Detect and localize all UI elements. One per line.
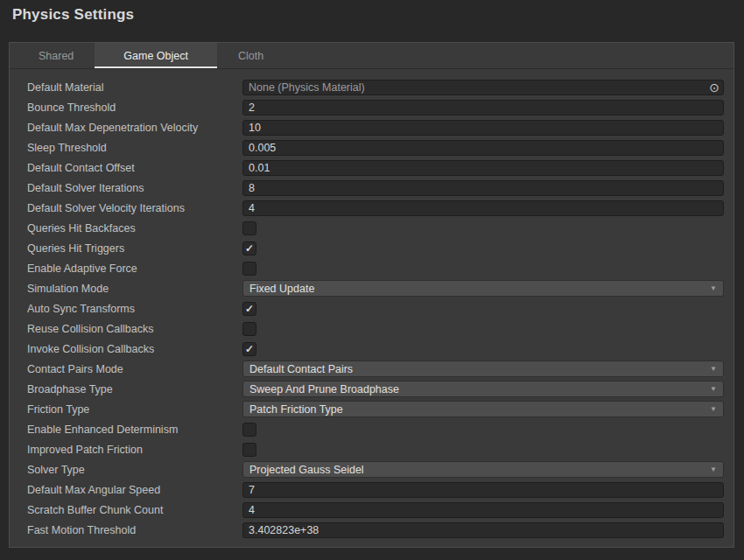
queries-hit-triggers-checkbox[interactable]: ✓ (242, 242, 256, 256)
enable-adaptive-force-checkbox[interactable] (242, 262, 256, 276)
object-picker-icon[interactable]: ⊙ (709, 81, 719, 94)
chevron-down-icon: ▼ (710, 366, 717, 373)
dropdown-value: Sweep And Prune Broadphase (249, 383, 399, 396)
improved-patch-friction-checkbox[interactable] (242, 443, 256, 457)
row-solver-type: Solver Type Projected Gauss Seidel ▼ (10, 459, 733, 480)
check-icon: ✓ (245, 343, 254, 355)
row-default-max-angular-speed: Default Max Angular Speed (10, 480, 733, 500)
auto-sync-transforms-checkbox[interactable]: ✓ (242, 302, 256, 316)
fast-motion-threshold-input[interactable] (242, 522, 724, 538)
chevron-down-icon: ▼ (710, 466, 717, 473)
settings-panel: Shared Game Object Cloth Default Materia… (9, 42, 734, 548)
field-label: Invoke Collision Callbacks (27, 343, 242, 355)
page-title: Physics Settings (0, 0, 744, 24)
tab-game-object[interactable]: Game Object (95, 43, 217, 68)
physics-settings-window: { "window": { "title": "Physics Settings… (0, 0, 744, 560)
row-default-contact-offset: Default Contact Offset (10, 158, 733, 178)
bounce-threshold-input[interactable] (242, 100, 724, 116)
row-fast-motion-threshold: Fast Motion Threshold (10, 520, 733, 540)
default-solver-velocity-iterations-input[interactable] (242, 200, 724, 216)
dropdown-value: Patch Friction Type (249, 403, 343, 416)
row-contact-pairs-mode: Contact Pairs Mode Default Contact Pairs… (10, 359, 733, 379)
dropdown-value: Projected Gauss Seidel (249, 464, 364, 476)
dropdown-value: Default Contact Pairs (249, 363, 353, 375)
row-default-solver-iterations: Default Solver Iterations (10, 178, 733, 198)
field-label: Auto Sync Transforms (27, 303, 242, 315)
field-label: Enable Enhanced Determinism (27, 424, 242, 436)
field-label: Reuse Collision Callbacks (27, 323, 242, 335)
field-label: Enable Adaptive Force (27, 262, 242, 275)
enable-enhanced-determinism-checkbox[interactable] (242, 423, 256, 437)
row-friction-type: Friction Type Patch Friction Type ▼ (10, 399, 733, 419)
field-label: Queries Hit Backfaces (27, 222, 242, 234)
field-label: Friction Type (27, 403, 242, 416)
row-reuse-collision-callbacks: Reuse Collision Callbacks (10, 318, 733, 339)
row-scratch-buffer-chunk-count: Scratch Buffer Chunk Count (10, 500, 733, 520)
friction-type-dropdown[interactable]: Patch Friction Type ▼ (242, 401, 724, 417)
row-default-solver-velocity-iterations: Default Solver Velocity Iterations (10, 198, 733, 218)
row-default-material: Default Material None (Physics Material)… (10, 77, 733, 97)
row-queries-hit-backfaces: Queries Hit Backfaces (10, 218, 733, 238)
row-auto-sync-transforms: Auto Sync Transforms ✓ (10, 298, 733, 318)
default-max-angular-speed-input[interactable] (242, 482, 724, 498)
invoke-collision-callbacks-checkbox[interactable]: ✓ (242, 342, 256, 356)
row-enable-enhanced-determinism: Enable Enhanced Determinism (10, 419, 733, 439)
broadphase-type-dropdown[interactable]: Sweep And Prune Broadphase ▼ (242, 381, 724, 397)
default-solver-iterations-input[interactable] (242, 180, 724, 196)
simulation-mode-dropdown[interactable]: Fixed Update ▼ (242, 280, 724, 297)
default-contact-offset-input[interactable] (242, 160, 724, 176)
field-label: Broadphase Type (27, 383, 242, 396)
row-default-max-depenetration-velocity: Default Max Depenetration Velocity (10, 117, 733, 137)
settings-content: Default Material None (Physics Material)… (10, 69, 733, 540)
chevron-down-icon: ▼ (710, 285, 717, 292)
field-label: Default Max Depenetration Velocity (27, 122, 242, 134)
sleep-threshold-input[interactable] (242, 140, 724, 156)
tab-cloth[interactable]: Cloth (217, 43, 284, 68)
field-label: Queries Hit Triggers (27, 242, 242, 255)
row-improved-patch-friction: Improved Patch Friction (10, 439, 733, 459)
default-max-depenetration-velocity-input[interactable] (242, 120, 724, 136)
field-label: Default Solver Velocity Iterations (27, 202, 242, 214)
reuse-collision-callbacks-checkbox[interactable] (242, 322, 256, 336)
tab-shared[interactable]: Shared (18, 43, 95, 68)
object-field-value: None (Physics Material) (249, 81, 365, 94)
row-broadphase-type: Broadphase Type Sweep And Prune Broadpha… (10, 379, 733, 399)
chevron-down-icon: ▼ (710, 406, 717, 413)
field-label: Sleep Threshold (27, 142, 242, 154)
row-queries-hit-triggers: Queries Hit Triggers ✓ (10, 238, 733, 258)
field-label: Improved Patch Friction (27, 444, 242, 456)
check-icon: ✓ (245, 303, 254, 315)
row-bounce-threshold: Bounce Threshold (10, 97, 733, 117)
field-label: Bounce Threshold (27, 102, 242, 114)
field-label: Contact Pairs Mode (27, 363, 242, 375)
field-label: Fast Motion Threshold (27, 524, 242, 536)
field-label: Default Material (27, 81, 242, 94)
field-label: Solver Type (27, 464, 242, 476)
field-label: Scratch Buffer Chunk Count (27, 504, 242, 516)
chevron-down-icon: ▼ (710, 386, 717, 393)
field-label: Simulation Mode (27, 283, 242, 295)
solver-type-dropdown[interactable]: Projected Gauss Seidel ▼ (242, 461, 724, 478)
scratch-buffer-chunk-count-input[interactable] (242, 502, 724, 518)
contact-pairs-mode-dropdown[interactable]: Default Contact Pairs ▼ (242, 360, 724, 377)
field-label: Default Max Angular Speed (27, 484, 242, 496)
dropdown-value: Fixed Update (249, 283, 314, 295)
check-icon: ✓ (245, 242, 254, 255)
row-enable-adaptive-force: Enable Adaptive Force (10, 258, 733, 278)
tab-bar: Shared Game Object Cloth (10, 43, 733, 69)
field-label: Default Solver Iterations (27, 182, 242, 194)
row-sleep-threshold: Sleep Threshold (10, 137, 733, 158)
row-simulation-mode: Simulation Mode Fixed Update ▼ (10, 278, 733, 298)
queries-hit-backfaces-checkbox[interactable] (242, 221, 256, 235)
row-invoke-collision-callbacks: Invoke Collision Callbacks ✓ (10, 339, 733, 359)
field-label: Default Contact Offset (27, 162, 242, 174)
default-material-object-field[interactable]: None (Physics Material) ⊙ (242, 80, 724, 95)
